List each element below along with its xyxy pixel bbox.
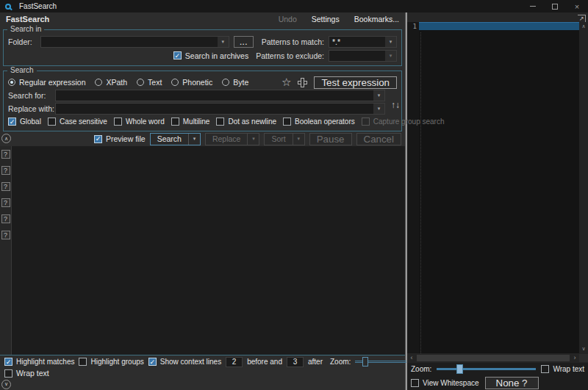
line-number: 1	[413, 23, 417, 30]
radio-regular-expression[interactable]: Regular expression	[8, 78, 85, 87]
search-button[interactable]: Search ▾	[150, 133, 201, 145]
patterns-exclude-combobox[interactable]: ▾	[329, 50, 397, 62]
plus-icon-bar	[301, 78, 304, 87]
radio-regular-expression-label: Regular expression	[19, 78, 85, 87]
preview-zoom-slider[interactable]	[437, 364, 536, 374]
boolean-operators-checkbox[interactable]: Boolean operators	[283, 118, 355, 126]
cancel-button[interactable]: Cancel	[356, 133, 402, 145]
search-for-input[interactable]: ▾	[55, 90, 385, 101]
horizontal-scrollbar[interactable]: ‹ ›	[407, 353, 588, 363]
results-zoom-slider[interactable]	[355, 357, 406, 366]
preview-encoding-row: View Whitespace None ?	[407, 375, 588, 390]
replace-with-dropdown-icon[interactable]: ▾	[373, 104, 384, 114]
whole-word-checkbox[interactable]: Whole word	[114, 118, 165, 126]
test-expression-button[interactable]: Test expression	[314, 76, 397, 89]
encoding-button[interactable]: None ?	[485, 377, 539, 389]
patterns-match-label: Patterns to match:	[262, 37, 324, 46]
search-button-dropdown-icon[interactable]: ▾	[188, 134, 200, 145]
menu-bookmarks[interactable]: Bookmarks...	[354, 15, 399, 24]
radio-xpath[interactable]: XPath	[95, 78, 127, 87]
preview-zoom-label: Zoom:	[411, 365, 431, 373]
group-search-label: Search	[7, 66, 37, 74]
radio-icon	[137, 79, 144, 86]
highlight-matches-checkbox[interactable]: ✓ Highlight matches	[4, 358, 74, 366]
replace-with-input[interactable]: ▾	[55, 103, 385, 115]
replace-with-label: Replace with:	[8, 104, 51, 113]
vertical-scrollbar[interactable]: ∧ ∨	[579, 22, 588, 353]
slider-handle[interactable]	[456, 364, 463, 374]
search-for-dropdown-icon[interactable]: ▾	[373, 90, 384, 101]
sort-button[interactable]: Sort ▾	[264, 133, 304, 145]
case-sensitive-checkbox[interactable]: Case sensitive	[48, 118, 107, 126]
preview-file-checkbox[interactable]: ✓ Preview file	[94, 134, 146, 143]
scroll-down-icon[interactable]: ∨	[581, 346, 585, 352]
checkbox-icon	[48, 118, 56, 126]
minimize-icon	[530, 6, 536, 7]
show-context-lines-checkbox[interactable]: ✓ Show context lines	[148, 358, 221, 366]
checkbox-icon	[283, 118, 291, 126]
results-wrap-text-checkbox[interactable]: Wrap text	[4, 369, 49, 378]
maximize-icon	[552, 4, 558, 10]
favorite-star-icon[interactable]: ☆	[282, 77, 291, 87]
highlight-matches-label: Highlight matches	[16, 358, 74, 366]
browse-folder-button[interactable]: ...	[234, 36, 254, 48]
collapse-bottom-button[interactable]: ∨	[1, 380, 11, 389]
maximize-button[interactable]	[544, 0, 566, 12]
radio-byte[interactable]: Byte	[222, 78, 248, 87]
checkbox-icon: ✓	[4, 358, 12, 366]
help-button[interactable]: ?	[1, 231, 10, 239]
radio-phonetic[interactable]: Phonetic	[171, 78, 212, 87]
help-button[interactable]: ?	[1, 198, 10, 207]
slider-handle[interactable]	[362, 357, 368, 366]
swap-search-replace-button[interactable]: ↑↓	[391, 101, 400, 109]
context-after-input[interactable]	[287, 357, 304, 367]
indent-guide	[420, 32, 421, 353]
view-whitespace-label: View Whitespace	[423, 379, 479, 387]
before-and-label: before and	[247, 358, 282, 366]
sort-button-dropdown-icon[interactable]: ▾	[293, 134, 304, 145]
replace-button[interactable]: Replace ▾	[205, 133, 260, 145]
global-checkbox[interactable]: ✓ Global	[8, 118, 41, 126]
search-in-archives-checkbox[interactable]: ✓ Search in archives	[173, 51, 248, 60]
collapse-top-button[interactable]: ∧	[1, 134, 11, 143]
replace-button-dropdown-icon[interactable]: ▾	[247, 134, 259, 145]
multiline-checkbox[interactable]: Multiline	[171, 118, 210, 126]
editor-text-area[interactable]	[419, 22, 579, 353]
scroll-up-icon[interactable]: ∧	[581, 24, 585, 29]
context-before-input[interactable]	[226, 357, 243, 367]
highlight-groups-label: Highlight groups	[90, 358, 143, 366]
checkbox-icon	[411, 379, 419, 387]
patterns-match-combobox[interactable]: *.* ▾	[329, 36, 397, 48]
help-button[interactable]: ?	[1, 166, 10, 175]
scroll-left-icon[interactable]: ‹	[407, 354, 416, 362]
menu-settings[interactable]: Settings	[312, 15, 340, 24]
scroll-right-icon[interactable]: ›	[570, 354, 579, 362]
patterns-exclude-dropdown-icon[interactable]: ▾	[385, 51, 396, 61]
menu-fastsearch[interactable]: FastSearch	[6, 15, 49, 24]
highlight-groups-checkbox[interactable]: Highlight groups	[79, 358, 143, 366]
minimize-button[interactable]	[522, 0, 544, 12]
help-button[interactable]: ?	[1, 150, 10, 159]
help-button[interactable]: ?	[1, 214, 10, 223]
dot-as-newline-checkbox[interactable]: Dot as newline	[216, 118, 276, 126]
results-view[interactable]	[12, 146, 405, 355]
pause-button[interactable]: Pause	[309, 133, 352, 145]
results-container: ? ? ? ? ? ?	[0, 146, 405, 355]
radio-text[interactable]: Text	[137, 78, 162, 87]
patterns-match-dropdown-icon[interactable]: ▾	[385, 37, 396, 47]
whole-word-label: Whole word	[126, 118, 165, 126]
help-button[interactable]: ?	[1, 182, 10, 191]
view-whitespace-checkbox[interactable]: View Whitespace	[411, 379, 479, 387]
folder-combobox[interactable]: ▾	[40, 36, 229, 48]
pop-out-button[interactable]: ↗	[578, 15, 586, 22]
add-expression-icon[interactable]	[298, 78, 307, 87]
expand-icon: ↗	[579, 15, 584, 22]
close-button[interactable]: ×	[566, 0, 588, 12]
horizontal-scroll-thumb[interactable]	[417, 355, 570, 361]
menu-undo[interactable]: Undo	[279, 15, 297, 24]
checkbox-icon	[171, 118, 179, 126]
results-help-sidebar: ? ? ? ? ? ?	[0, 146, 12, 355]
preview-wrap-text-checkbox[interactable]: Wrap text	[541, 365, 584, 373]
expression-tools: ☆ Test expression	[282, 76, 397, 89]
folder-dropdown-icon[interactable]: ▾	[218, 37, 229, 47]
